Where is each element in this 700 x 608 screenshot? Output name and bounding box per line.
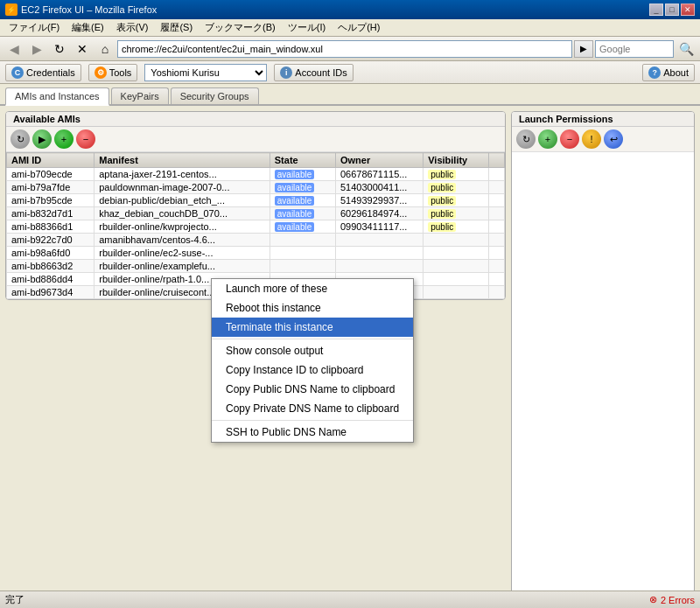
- error-count: 2 Errors: [661, 595, 695, 605]
- lp-warn-button[interactable]: !: [582, 129, 601, 149]
- table-row[interactable]: ami-b7b95cde debian-public/debian_etch_.…: [7, 194, 505, 207]
- credentials-icon: C: [11, 66, 24, 79]
- table-row[interactable]: ami-b98a6fd0 rbuilder-online/ec2-suse-..…: [7, 247, 505, 260]
- context-menu-item[interactable]: Terminate this instance: [212, 318, 413, 337]
- ami-launch-button[interactable]: ▶: [32, 129, 52, 149]
- ami-toolbar: ↻ ▶ + −: [6, 127, 505, 152]
- context-menu-item[interactable]: SSH to Public DNS Name: [212, 423, 413, 442]
- address-input[interactable]: [117, 40, 572, 58]
- launch-permissions-panel: Launch Permissions ↻ + − ! ↩: [511, 111, 695, 600]
- lp-toolbar: ↻ + − ! ↩: [512, 127, 694, 152]
- menu-bookmarks[interactable]: ブックマーク(B): [200, 19, 281, 36]
- go-button[interactable]: ▶: [574, 40, 593, 58]
- home-button[interactable]: ⌂: [94, 39, 116, 59]
- col-visibility: Visibility: [424, 153, 489, 168]
- launch-permissions-title: Launch Permissions: [519, 114, 613, 124]
- menu-edit[interactable]: 編集(E): [66, 19, 109, 36]
- menu-bar: ファイル(F) 編集(E) 表示(V) 履歴(S) ブックマーク(B) ツール(…: [0, 19, 700, 37]
- back-button[interactable]: ◀: [4, 39, 24, 59]
- status-left: 完了: [5, 593, 24, 606]
- context-menu-item[interactable]: Copy Private DNS Name to clipboard: [212, 399, 413, 418]
- col-owner: Owner: [335, 153, 423, 168]
- lp-refresh-button[interactable]: ↻: [516, 129, 536, 149]
- ami-remove-button[interactable]: −: [76, 129, 95, 149]
- menu-help[interactable]: ヘルプ(H): [332, 19, 385, 36]
- window-title: EC2 Firefox UI – Mozilla Firefox: [21, 4, 157, 15]
- col-ami-id: AMI ID: [7, 153, 94, 168]
- lp-back-button[interactable]: ↩: [604, 129, 623, 149]
- lp-remove-button[interactable]: −: [560, 129, 579, 149]
- search-button[interactable]: 🔍: [676, 39, 696, 59]
- table-row[interactable]: ami-bb8663d2 rbuilder-online/examplefu..…: [7, 260, 505, 273]
- table-row[interactable]: ami-b832d7d1 khaz_debian_couchDB_070... …: [7, 207, 505, 220]
- tab-bar: AMIs and Instances KeyPairs Security Gro…: [0, 84, 700, 106]
- table-row[interactable]: ami-b79a7fde pauldownman-image-2007-0...…: [7, 181, 505, 194]
- lp-add-button[interactable]: +: [538, 129, 557, 149]
- right-panel: Launch Permissions ↻ + − ! ↩: [511, 111, 695, 600]
- table-row[interactable]: ami-b922c7d0 amanibhavam/centos-4.6...: [7, 234, 505, 247]
- maximize-button[interactable]: □: [665, 3, 679, 16]
- status-right: ⊗ 2 Errors: [649, 594, 695, 605]
- forward-button[interactable]: ▶: [26, 39, 47, 59]
- ami-table: AMI ID Manifest State Owner Visibility a…: [6, 152, 505, 299]
- account-ids-button[interactable]: i Account IDs: [274, 64, 353, 81]
- title-bar: ⚡ EC2 Firefox UI – Mozilla Firefox _ □ ✕: [0, 0, 700, 19]
- context-menu-separator: [212, 339, 413, 339]
- available-amis-panel: Available AMIs ↻ ▶ + − AMI ID Manifest S…: [5, 111, 506, 300]
- col-state: State: [270, 153, 335, 168]
- stop-button[interactable]: ✕: [72, 39, 93, 59]
- account-ids-icon: i: [280, 66, 292, 79]
- context-menu-item[interactable]: Show console output: [212, 341, 413, 360]
- col-manifest: Manifest: [94, 153, 270, 168]
- user-select[interactable]: Yoshiomi Kurisu: [144, 64, 267, 81]
- menu-view[interactable]: 表示(V): [111, 19, 154, 36]
- bookmarks-bar: C Credentials ⚙ Tools Yoshiomi Kurisu i …: [0, 61, 700, 84]
- col-extra: [489, 153, 505, 168]
- available-amis-title: Available AMIs: [13, 114, 80, 124]
- context-menu-item[interactable]: Reboot this instance: [212, 298, 413, 318]
- about-button[interactable]: ? About: [642, 64, 695, 81]
- context-menu-separator: [212, 420, 413, 421]
- address-bar: ▶: [117, 40, 593, 58]
- table-row[interactable]: ami-b88366d1 rbuilder-online/kwprojecto.…: [7, 220, 505, 234]
- credentials-button[interactable]: C Credentials: [5, 64, 81, 81]
- menu-history[interactable]: 履歴(S): [155, 19, 198, 36]
- menu-file[interactable]: ファイル(F): [4, 19, 65, 36]
- status-text: 完了: [5, 593, 24, 606]
- menu-tools[interactable]: ツール(I): [283, 19, 331, 36]
- tools-button[interactable]: ⚙ Tools: [88, 64, 138, 81]
- window-controls[interactable]: _ □ ✕: [649, 3, 695, 16]
- app-icon: ⚡: [5, 3, 18, 16]
- context-menu-item[interactable]: Launch more of these: [212, 279, 413, 298]
- close-button[interactable]: ✕: [681, 3, 695, 16]
- context-menu-item[interactable]: Copy Instance ID to clipboard: [212, 360, 413, 380]
- status-bar: 完了 ⊗ 2 Errors: [0, 591, 700, 608]
- table-row[interactable]: ami-b709ecde aptana-jaxer-2191-centos...…: [7, 168, 505, 181]
- tools-icon: ⚙: [94, 66, 107, 79]
- ami-add-button[interactable]: +: [54, 129, 74, 149]
- search-input[interactable]: [595, 40, 674, 58]
- context-menu-item[interactable]: Copy Public DNS Name to clipboard: [212, 380, 413, 399]
- reload-button[interactable]: ↻: [49, 39, 70, 59]
- about-icon: ?: [648, 66, 661, 79]
- account-ids-label: Account IDs: [295, 67, 346, 78]
- ami-table-wrapper: AMI ID Manifest State Owner Visibility a…: [6, 152, 505, 299]
- minimize-button[interactable]: _: [649, 3, 663, 16]
- tab-security-groups[interactable]: Security Groups: [171, 87, 259, 104]
- about-label: About: [663, 67, 689, 78]
- context-menu: Launch more of theseReboot this instance…: [211, 278, 414, 443]
- search-bar: 🔍: [595, 39, 696, 59]
- ami-refresh-button[interactable]: ↻: [10, 129, 30, 149]
- tab-keypairs[interactable]: KeyPairs: [111, 87, 169, 104]
- credentials-label: Credentials: [26, 67, 75, 78]
- tools-label: Tools: [109, 67, 132, 78]
- tab-amis-instances[interactable]: AMIs and Instances: [5, 87, 109, 106]
- nav-bar: ◀ ▶ ↻ ✕ ⌂ ▶ 🔍: [0, 37, 700, 61]
